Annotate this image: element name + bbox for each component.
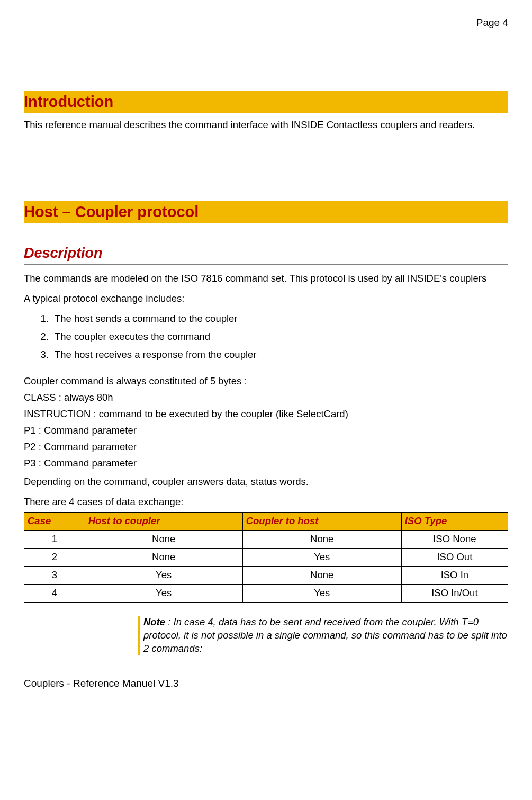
section-heading-protocol: Host – Coupler protocol [24,202,508,222]
table-cell: ISO Out [401,548,508,566]
table-cell: None [242,566,401,584]
data-exchange-table: Case Host to coupler Coupler to host ISO… [24,512,508,603]
protocol-steps-list: The host sends a command to the coupler … [51,312,508,362]
note-label: Note [143,616,165,627]
section-heading-bar: Host – Coupler protocol [24,201,508,223]
table-header: Case [24,512,85,530]
table-header-row: Case Host to coupler Coupler to host ISO… [24,512,508,530]
table-cell: None [85,548,242,566]
table-cell: 4 [24,584,85,602]
section-heading-introduction: Introduction [24,92,508,112]
text-line: INSTRUCTION : command to be executed by … [24,408,508,421]
list-item: The coupler executes the command [51,330,508,344]
table-cell: Yes [242,584,401,602]
table-cell: None [242,530,401,548]
command-bytes-block: Coupler command is always constituted of… [24,375,508,470]
footer-text: Couplers - Reference Manuel V1.3 [24,677,508,690]
table-cell: Yes [242,548,401,566]
note-block: Note : In case 4, data has to be sent an… [138,616,508,655]
description-p4: There are 4 cases of data exchange: [24,496,508,509]
text-line: CLASS : always 80h [24,391,508,405]
table-cell: None [85,530,242,548]
section-heading-bar: Introduction [24,91,508,113]
table-cell: 1 [24,530,85,548]
text-line: P1 : Command parameter [24,424,508,437]
table-cell: 3 [24,566,85,584]
table-row: 1 None None ISO None [24,530,508,548]
text-line: Coupler command is always constituted of… [24,375,508,388]
table-cell: ISO None [401,530,508,548]
text-line: P2 : Command parameter [24,441,508,454]
page-number: Page 4 [24,16,508,30]
note-text: : In case 4, data has to be sent and rec… [143,616,507,654]
table-header: Host to coupler [85,512,242,530]
table-cell: ISO In/Out [401,584,508,602]
list-item: The host sends a command to the coupler [51,312,508,326]
description-p3: Depending on the command, coupler answer… [24,475,508,489]
table-row: 3 Yes None ISO In [24,566,508,584]
description-p2: A typical protocol exchange includes: [24,292,508,305]
table-header: Coupler to host [242,512,401,530]
subsection-description: Description [24,244,508,265]
table-cell: 2 [24,548,85,566]
table-cell: ISO In [401,566,508,584]
table-row: 4 Yes Yes ISO In/Out [24,584,508,602]
list-item: The host receives a response from the co… [51,348,508,362]
description-p1: The commands are modeled on the ISO 7816… [24,272,508,285]
table-cell: Yes [85,566,242,584]
table-row: 2 None Yes ISO Out [24,548,508,566]
text-line: P3 : Command parameter [24,457,508,470]
table-cell: Yes [85,584,242,602]
intro-paragraph: This reference manual describes the comm… [24,119,508,132]
table-header: ISO Type [401,512,508,530]
